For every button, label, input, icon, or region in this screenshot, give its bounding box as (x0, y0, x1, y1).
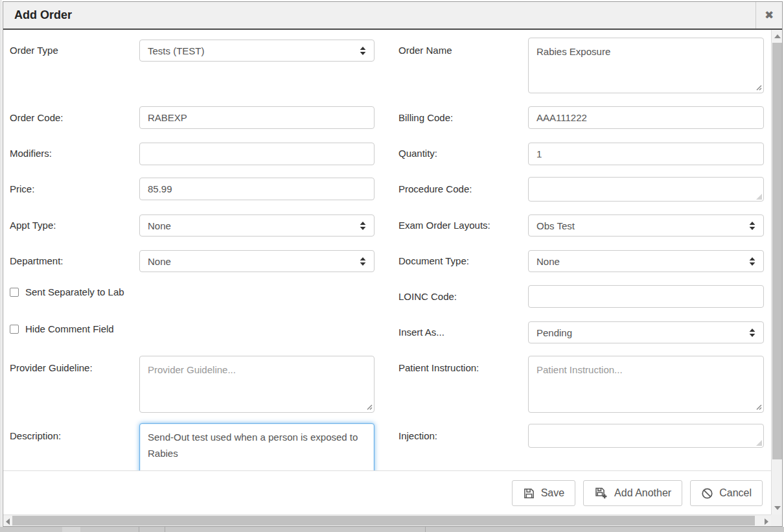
order-name-textarea[interactable]: Rabies Exposure (528, 38, 764, 93)
provider-guideline-wrap (139, 356, 375, 413)
provider-guideline-label: Provider Guideline: (10, 362, 93, 373)
horizontal-scrollbar[interactable] (3, 515, 771, 526)
dialog-footer: Save Add Another Cancel (3, 470, 771, 515)
appt-type-value: None (148, 220, 171, 231)
scroll-left-icon[interactable] (6, 518, 10, 525)
close-button[interactable]: ✖ (755, 2, 782, 29)
injection-wrap (528, 424, 764, 448)
dialog-title: Add Order (14, 2, 72, 29)
add-order-dialog: Add Order ✖ Order Type Tests (TEST) Orde… (3, 1, 783, 527)
vertical-scrollbar[interactable] (771, 30, 782, 515)
price-label: Price: (10, 183, 34, 194)
background-table-line (139, 527, 139, 532)
procedure-code-wrap (528, 177, 764, 202)
patient-instruction-wrap (528, 356, 764, 413)
scrollbar-corner (771, 515, 782, 526)
document-type-value: None (536, 256, 560, 267)
select-caret-icon (360, 46, 366, 56)
background-table-line (165, 527, 165, 532)
horizontal-scrollbar-thumb[interactable] (12, 516, 755, 526)
hide-comment-checkbox-row[interactable]: Hide Comment Field (10, 323, 114, 334)
save-button[interactable]: Save (512, 480, 575, 506)
vertical-scrollbar-thumb[interactable] (772, 43, 782, 459)
patient-instruction-label: Patient Instruction: (398, 362, 479, 373)
hide-comment-label: Hide Comment Field (25, 323, 114, 334)
procedure-code-textarea[interactable] (528, 177, 764, 202)
insert-as-select[interactable]: Pending (528, 321, 764, 343)
loinc-code-label: LOINC Code: (398, 291, 457, 302)
order-type-label: Order Type (10, 45, 58, 56)
quantity-input[interactable] (528, 143, 764, 165)
order-code-label: Order Code: (10, 112, 63, 123)
insert-as-value: Pending (536, 327, 572, 338)
cancel-button-label: Cancel (719, 487, 752, 499)
appt-type-label: Appt Type: (10, 220, 56, 231)
sent-separately-checkbox[interactable] (10, 288, 19, 297)
select-caret-icon (360, 221, 366, 231)
injection-label: Injection: (398, 430, 437, 441)
order-name-label: Order Name (398, 45, 452, 56)
select-caret-icon (360, 257, 366, 266)
scroll-up-icon[interactable] (774, 34, 781, 38)
hide-comment-checkbox[interactable] (10, 325, 19, 334)
exam-order-layouts-select[interactable]: Obs Test (528, 214, 764, 237)
cancel-button[interactable]: Cancel (690, 480, 763, 506)
dialog-header: Add Order ✖ (3, 2, 782, 30)
select-caret-icon (749, 257, 755, 266)
exam-order-layouts-label: Exam Order Layouts: (398, 220, 490, 231)
add-another-button[interactable]: Add Another (583, 480, 682, 506)
patient-instruction-textarea[interactable] (528, 356, 764, 413)
add-another-button-label: Add Another (614, 487, 671, 499)
background-table-line (425, 527, 426, 532)
select-caret-icon (749, 328, 755, 338)
dialog-body: Order Type Tests (TEST) Order Name Rabie… (3, 30, 771, 515)
scroll-right-icon[interactable] (765, 518, 768, 525)
sent-separately-label: Sent Separately to Lab (25, 286, 124, 297)
page-edge-line (1, 0, 1, 532)
sent-separately-checkbox-row[interactable]: Sent Separately to Lab (10, 286, 124, 297)
loinc-code-input[interactable] (528, 285, 764, 308)
appt-type-select[interactable]: None (139, 214, 375, 237)
background-page-strip (0, 527, 784, 532)
exam-order-layouts-value: Obs Test (536, 220, 575, 231)
price-input[interactable] (139, 178, 375, 200)
order-type-select[interactable]: Tests (TEST) (139, 40, 375, 62)
procedure-code-label: Procedure Code: (398, 183, 472, 194)
department-value: None (148, 256, 171, 267)
save-button-label: Save (541, 487, 564, 499)
injection-textarea[interactable] (528, 424, 764, 448)
scroll-down-icon[interactable] (774, 506, 781, 510)
insert-as-label: Insert As... (398, 327, 444, 338)
document-type-select[interactable]: None (528, 250, 764, 272)
cancel-icon (701, 487, 713, 500)
order-type-value: Tests (TEST) (148, 45, 205, 56)
provider-guideline-textarea[interactable] (139, 356, 375, 413)
modifiers-input[interactable] (139, 143, 375, 165)
order-code-input[interactable] (139, 106, 375, 129)
add-another-icon (594, 487, 608, 500)
modifiers-label: Modifiers: (10, 148, 52, 159)
save-icon (523, 487, 535, 500)
select-caret-icon (749, 221, 755, 231)
billing-code-label: Billing Code: (398, 112, 453, 123)
department-label: Department: (10, 255, 63, 266)
document-type-label: Document Type: (398, 255, 469, 266)
department-select[interactable]: None (139, 250, 375, 272)
billing-code-input[interactable] (528, 106, 764, 129)
order-name-wrap: Rabies Exposure (528, 38, 764, 93)
close-icon: ✖ (765, 8, 774, 22)
description-label: Description: (10, 430, 61, 441)
background-table-cell (62, 527, 80, 532)
quantity-label: Quantity: (398, 148, 437, 159)
